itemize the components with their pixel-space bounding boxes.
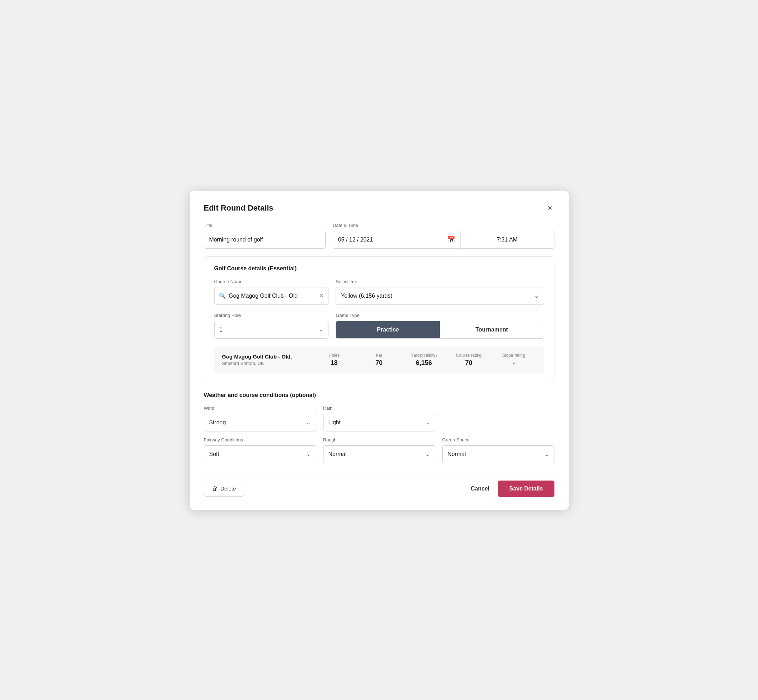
wind-label: Wind xyxy=(204,405,316,411)
rough-group: Rough Short Normal Long ⌄ xyxy=(323,437,435,463)
fairway-dropdown[interactable]: Soft Normal Hard xyxy=(209,451,303,457)
par-value: 70 xyxy=(357,359,401,367)
rain-label: Rain xyxy=(323,405,435,411)
course-info-box: Gog Magog Golf Club - Old, Shelford Bott… xyxy=(214,347,544,373)
chevron-down-icon: ⌄ xyxy=(545,451,549,458)
delete-button[interactable]: 🗑 Delete xyxy=(204,481,244,497)
modal-title: Edit Round Details xyxy=(204,203,274,213)
select-tee-label: Select Tee xyxy=(335,279,544,284)
starting-hole-dropdown[interactable]: 1234 5678 910 xyxy=(219,327,316,333)
course-info-name: Gog Magog Golf Club - Old, Shelford Bott… xyxy=(222,353,312,366)
course-name-display: Gog Magog Golf Club - Old, xyxy=(222,353,312,359)
starting-hole-group: Starting Hole 1234 5678 910 ⌄ xyxy=(214,312,329,339)
footer-right: Cancel Save Details xyxy=(471,481,554,497)
chevron-down-icon: ⌄ xyxy=(425,419,430,426)
stat-slope-rating: Slope rating - xyxy=(491,353,536,367)
stat-yards: Yards(Yellow) 6,156 xyxy=(401,353,446,367)
delete-label: Delete xyxy=(221,486,236,492)
course-name-group: Course Name 🔍 ✕ xyxy=(214,279,329,305)
yards-label: Yards(Yellow) xyxy=(401,353,446,358)
chevron-down-icon: ⌄ xyxy=(318,326,323,333)
chevron-down-icon: ⌄ xyxy=(306,419,311,426)
green-speed-label: Green Speed xyxy=(442,437,554,442)
game-type-toggle: Practice Tournament xyxy=(335,321,544,339)
title-input[interactable] xyxy=(204,231,326,248)
rough-label: Rough xyxy=(323,437,435,442)
slope-rating-label: Slope rating xyxy=(491,353,536,358)
rough-select-wrap[interactable]: Short Normal Long ⌄ xyxy=(323,445,435,463)
trash-icon: 🗑 xyxy=(212,486,218,492)
golf-section-title: Golf Course details (Essential) xyxy=(214,266,544,272)
close-button[interactable]: × xyxy=(545,203,554,213)
course-name-input-wrap[interactable]: 🔍 ✕ xyxy=(214,287,329,305)
fairway-label: Fairway Conditions xyxy=(204,437,316,442)
slope-rating-value: - xyxy=(491,359,536,367)
conditions-section: Weather and course conditions (optional)… xyxy=(204,392,554,463)
datetime-group: Date & Time 05 / 12 / 2021 📅 7:31 AM xyxy=(333,223,554,248)
game-type-group: Game Type Practice Tournament xyxy=(335,312,544,339)
wind-select-wrap[interactable]: None Light Moderate Strong ⌄ xyxy=(204,414,316,431)
starting-hole-wrap[interactable]: 1234 5678 910 ⌄ xyxy=(214,321,329,339)
datetime-label: Date & Time xyxy=(333,223,554,228)
chevron-down-icon: ⌄ xyxy=(534,292,539,299)
footer-row: 🗑 Delete Cancel Save Details xyxy=(204,473,554,497)
green-speed-dropdown[interactable]: Slow Normal Fast xyxy=(448,451,542,457)
course-name-label: Course Name xyxy=(214,279,329,284)
tournament-button[interactable]: Tournament xyxy=(440,321,544,338)
edit-round-modal: Edit Round Details × Title Date & Time 0… xyxy=(190,191,568,510)
wind-dropdown[interactable]: None Light Moderate Strong xyxy=(209,419,303,425)
wind-group: Wind None Light Moderate Strong ⌄ xyxy=(204,405,316,431)
calendar-icon: 📅 xyxy=(447,236,455,244)
date-value: 05 / 12 / 2021 xyxy=(338,236,373,243)
practice-button[interactable]: Practice xyxy=(336,321,440,338)
modal-header: Edit Round Details × xyxy=(204,203,554,213)
conditions-title: Weather and course conditions (optional) xyxy=(204,392,554,398)
starting-hole-label: Starting Hole xyxy=(214,312,329,318)
rain-dropdown[interactable]: None Light Moderate Heavy xyxy=(329,419,423,425)
fairway-group: Fairway Conditions Soft Normal Hard ⌄ xyxy=(204,437,316,463)
title-group: Title xyxy=(204,223,326,248)
holes-value: 18 xyxy=(312,359,357,367)
par-label: Par xyxy=(357,353,401,358)
golf-course-section: Golf Course details (Essential) Course N… xyxy=(204,256,554,382)
stat-par: Par 70 xyxy=(357,353,401,367)
chevron-down-icon: ⌄ xyxy=(425,451,430,458)
hole-gametype-row: Starting Hole 1234 5678 910 ⌄ Game Type … xyxy=(214,312,544,339)
select-tee-group: Select Tee Yellow (6,156 yards) White (6… xyxy=(335,279,544,305)
wind-rain-row: Wind None Light Moderate Strong ⌄ Rain N… xyxy=(204,405,554,431)
green-speed-group: Green Speed Slow Normal Fast ⌄ xyxy=(442,437,554,463)
rain-group: Rain None Light Moderate Heavy ⌄ xyxy=(323,405,435,431)
date-input[interactable]: 05 / 12 / 2021 📅 xyxy=(333,231,460,248)
stat-course-rating: Course rating 70 xyxy=(446,353,491,367)
stat-holes: Holes 18 xyxy=(312,353,357,367)
rain-select-wrap[interactable]: None Light Moderate Heavy ⌄ xyxy=(323,414,435,431)
course-name-input[interactable] xyxy=(229,293,317,299)
chevron-down-icon: ⌄ xyxy=(306,451,311,458)
course-rating-value: 70 xyxy=(446,359,491,367)
fairway-rough-green-row: Fairway Conditions Soft Normal Hard ⌄ Ro… xyxy=(204,437,554,463)
cancel-button[interactable]: Cancel xyxy=(471,486,489,492)
green-speed-select-wrap[interactable]: Slow Normal Fast ⌄ xyxy=(442,445,554,463)
fairway-select-wrap[interactable]: Soft Normal Hard ⌄ xyxy=(204,445,316,463)
select-tee-dropdown[interactable]: Yellow (6,156 yards) White (6,500 yards)… xyxy=(341,293,531,299)
yards-value: 6,156 xyxy=(401,359,446,367)
course-location: Shelford Bottom, UK xyxy=(222,361,312,366)
rough-dropdown[interactable]: Short Normal Long xyxy=(329,451,423,457)
select-tee-wrap[interactable]: Yellow (6,156 yards) White (6,500 yards)… xyxy=(335,287,544,305)
game-type-label: Game Type xyxy=(335,312,544,318)
save-button[interactable]: Save Details xyxy=(498,481,554,497)
title-label: Title xyxy=(204,223,326,228)
time-input[interactable]: 7:31 AM xyxy=(460,231,554,248)
title-datetime-row: Title Date & Time 05 / 12 / 2021 📅 7:31 … xyxy=(204,223,554,248)
time-value: 7:31 AM xyxy=(497,236,518,243)
holes-label: Holes xyxy=(312,353,357,358)
clear-course-icon[interactable]: ✕ xyxy=(319,292,324,299)
date-time-inputs: 05 / 12 / 2021 📅 7:31 AM xyxy=(333,231,554,248)
course-rating-label: Course rating xyxy=(446,353,491,358)
course-tee-row: Course Name 🔍 ✕ Select Tee Yellow (6,156… xyxy=(214,279,544,305)
search-icon: 🔍 xyxy=(219,292,226,299)
